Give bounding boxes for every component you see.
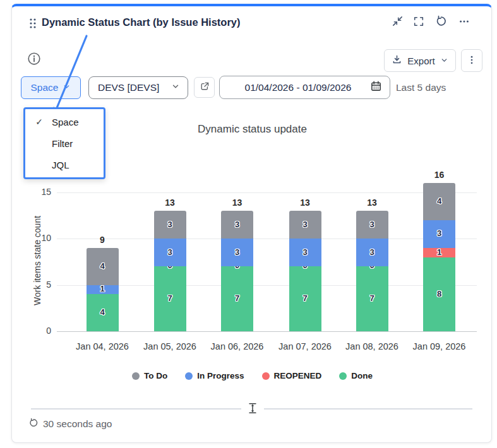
legend-label: REOPENED bbox=[274, 371, 322, 380]
segment-value-label: 3 bbox=[292, 247, 318, 257]
chart-legend: To DoIn ProgressREOPENEDDone bbox=[12, 371, 493, 380]
scope-menu-item-label: Space bbox=[52, 117, 79, 127]
x-axis-label: Jan 08, 2026 bbox=[337, 341, 407, 351]
x-axis-label: Jan 04, 2026 bbox=[68, 341, 137, 351]
y-tick-label: 5 bbox=[30, 280, 51, 290]
gridline-5 bbox=[57, 285, 477, 286]
segment-value-label: 3 bbox=[157, 220, 183, 229]
segment-value-label: 1 bbox=[427, 247, 452, 257]
legend-dot-icon bbox=[262, 372, 270, 380]
y-tick-label: 0 bbox=[30, 326, 51, 336]
segment-value-label: 7 bbox=[292, 293, 318, 303]
legend-dot-icon bbox=[132, 372, 140, 380]
gridline-15 bbox=[57, 192, 477, 193]
bar-total-label: 13 bbox=[219, 197, 256, 208]
legend-label: Done bbox=[351, 371, 373, 380]
last-updated-status: 30 seconds ago bbox=[28, 418, 112, 430]
bar-total-label: 9 bbox=[83, 235, 121, 245]
segment-value-label: 3 bbox=[225, 247, 250, 257]
x-axis-label: Jan 05, 2026 bbox=[135, 341, 205, 351]
scope-menu-item-label: JQL bbox=[52, 160, 69, 170]
legend-dot-icon bbox=[185, 372, 193, 380]
scope-menu-item-jql[interactable]: ✓ JQL bbox=[25, 154, 104, 175]
segment-value-label: 3 bbox=[427, 228, 452, 238]
segment-value-label: 3 bbox=[292, 220, 318, 229]
segment-value-label: 3 bbox=[225, 220, 250, 229]
scope-menu: ✓ Space ✓ Filter ✓ JQL bbox=[23, 107, 105, 179]
segment-value-label: 3 bbox=[359, 247, 385, 257]
y-tick-label: 15 bbox=[30, 187, 51, 197]
segment-value-label: 7 bbox=[225, 293, 250, 303]
resize-divider bbox=[31, 408, 241, 410]
bar-total-label: 13 bbox=[353, 197, 391, 208]
x-axis-label: Jan 07, 2026 bbox=[270, 341, 340, 351]
legend-dot-icon bbox=[339, 372, 347, 380]
legend-item-in-progress[interactable]: In Progress bbox=[185, 371, 244, 380]
segment-value-label: 4 bbox=[427, 196, 452, 206]
segment-value-label: 3 bbox=[359, 220, 385, 229]
bar-total-label: 16 bbox=[421, 170, 458, 180]
vertical-resize-icon bbox=[247, 402, 258, 416]
legend-item-to-do[interactable]: To Do bbox=[132, 371, 167, 380]
segment-value-label: 3 bbox=[157, 247, 183, 257]
bar-total-label: 13 bbox=[286, 197, 324, 208]
scope-menu-item-filter[interactable]: ✓ Filter bbox=[25, 133, 104, 154]
x-axis-label: Jan 09, 2026 bbox=[405, 341, 474, 351]
legend-item-reopened[interactable]: REOPENED bbox=[262, 371, 322, 380]
refresh-icon bbox=[28, 418, 39, 430]
segment-value-label: 1 bbox=[90, 284, 115, 293]
legend-label: In Progress bbox=[197, 371, 244, 380]
segment-value-label: 8 bbox=[427, 289, 452, 298]
segment-value-label: 4 bbox=[90, 307, 115, 317]
segment-value-label: 7 bbox=[359, 293, 385, 303]
scope-menu-item-label: Filter bbox=[52, 138, 73, 149]
widget-card: Dynamic Status Chart (by Issue History) bbox=[11, 4, 492, 443]
gridline-0 bbox=[57, 331, 477, 332]
legend-label: To Do bbox=[144, 371, 167, 380]
segment-value-label: 4 bbox=[90, 261, 115, 271]
resize-divider bbox=[264, 408, 472, 410]
segment-value-label: 7 bbox=[157, 293, 183, 303]
resize-handle[interactable] bbox=[244, 401, 261, 416]
legend-item-done[interactable]: Done bbox=[339, 371, 373, 380]
x-axis-label: Jan 06, 2026 bbox=[203, 341, 272, 351]
y-tick-label: 10 bbox=[30, 233, 51, 243]
check-icon: ✓ bbox=[32, 117, 47, 127]
scope-menu-item-space[interactable]: ✓ Space bbox=[25, 111, 104, 133]
last-updated-text: 30 seconds ago bbox=[43, 418, 112, 430]
bar-total-label: 13 bbox=[151, 197, 189, 208]
